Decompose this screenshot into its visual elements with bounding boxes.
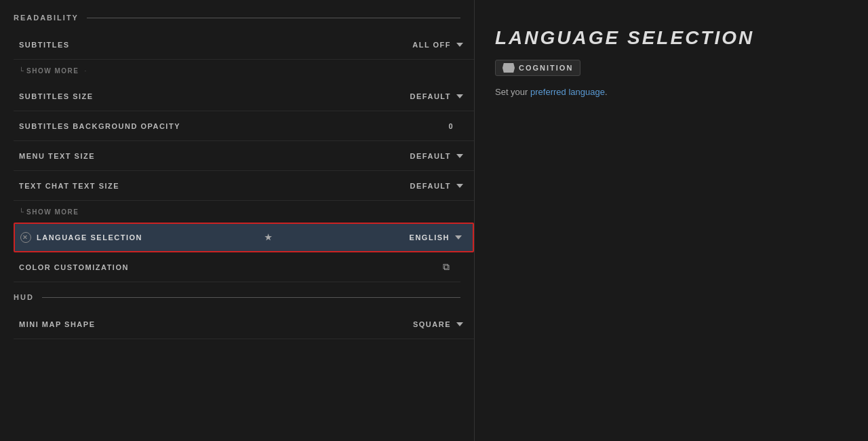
hud-divider <box>42 297 460 298</box>
subtitles-size-label: SUBTITLES SIZE <box>19 92 277 100</box>
language-selection-row[interactable]: ✕ LANGUAGE SELECTION ★ ENGLISH <box>14 223 474 252</box>
cognition-badge: COGNITION <box>495 60 580 76</box>
show-more-1-label: SHOW MORE <box>26 67 79 75</box>
description-text: Set your preferred language. <box>495 85 848 99</box>
cognition-icon <box>502 63 515 73</box>
show-more-1-row[interactable]: └ SHOW MORE · <box>14 60 474 81</box>
description-prefix: Set your <box>495 87 530 97</box>
language-selection-label: ✕ LANGUAGE SELECTION ★ <box>20 232 278 243</box>
subtitles-chevron-icon <box>456 43 463 47</box>
subtitles-bg-opacity-label: SUBTITLES BACKGROUND OPACITY <box>19 122 277 130</box>
subtitles-size-chevron-icon <box>456 94 463 98</box>
color-customization-label: COLOR CUSTOMIZATION <box>19 263 277 271</box>
subtitles-size-row[interactable]: SUBTITLES SIZE DEFAULT <box>14 81 474 111</box>
mini-map-shape-chevron-icon <box>456 322 463 326</box>
text-chat-size-label: TEXT CHAT TEXT SIZE <box>19 182 277 190</box>
text-chat-size-value: DEFAULT <box>410 182 451 190</box>
right-panel-title: LANGUAGE SELECTION <box>495 27 848 49</box>
color-customization-value-container: ⧉ <box>277 261 455 273</box>
opacity-value: 0 <box>444 122 458 130</box>
language-star-icon: ★ <box>264 233 273 242</box>
subtitles-size-value: DEFAULT <box>410 92 451 100</box>
language-selection-value: ENGLISH <box>410 233 450 242</box>
subtitles-bg-opacity-row[interactable]: SUBTITLES BACKGROUND OPACITY 0 <box>14 111 474 141</box>
right-panel: LANGUAGE SELECTION COGNITION Set your pr… <box>475 0 868 441</box>
subtitles-value-container: ALL OFF <box>277 41 469 49</box>
readability-section-header: READABILITY <box>14 14 474 24</box>
show-more-arrow-icon: └ <box>19 67 24 75</box>
menu-text-size-row[interactable]: MENU TEXT SIZE DEFAULT <box>14 141 474 171</box>
text-chat-size-row[interactable]: TEXT CHAT TEXT SIZE DEFAULT <box>14 171 474 201</box>
menu-text-size-chevron-icon <box>456 154 463 158</box>
subtitles-bg-opacity-value-container: 0 <box>277 122 469 130</box>
subtitles-row[interactable]: SUBTITLES ALL OFF <box>14 30 474 60</box>
language-selection-value-container: ENGLISH <box>278 233 467 242</box>
subtitles-value: ALL OFF <box>412 41 451 49</box>
color-customization-row[interactable]: COLOR CUSTOMIZATION ⧉ <box>14 252 460 282</box>
menu-text-size-value: DEFAULT <box>410 152 451 160</box>
hud-section: HUD MINI MAP SHAPE SQUARE <box>14 293 474 339</box>
language-x-icon: ✕ <box>20 232 31 243</box>
description-suffix: . <box>605 87 608 97</box>
text-chat-size-chevron-icon <box>456 184 463 188</box>
left-panel: READABILITY SUBTITLES ALL OFF └ SHOW MOR… <box>0 0 475 441</box>
subtitles-label: SUBTITLES <box>19 41 277 49</box>
menu-text-size-label: MENU TEXT SIZE <box>19 152 277 160</box>
cognition-label: COGNITION <box>519 64 573 72</box>
readability-label: READABILITY <box>14 14 79 22</box>
subtitles-size-value-container: DEFAULT <box>277 92 469 100</box>
menu-text-size-value-container: DEFAULT <box>277 152 469 160</box>
opacity-slider-container: 0 <box>444 122 463 130</box>
show-more-2-label: SHOW MORE <box>26 208 79 216</box>
hud-label: HUD <box>14 293 34 301</box>
show-more-2-row[interactable]: └ SHOW MORE <box>14 201 474 223</box>
preferred-language-link[interactable]: preferred language <box>530 87 605 97</box>
mini-map-shape-value: SQUARE <box>413 320 451 328</box>
section-divider <box>87 18 460 18</box>
mini-map-shape-value-container: SQUARE <box>277 320 469 328</box>
hud-section-header: HUD <box>14 293 474 304</box>
text-chat-size-value-container: DEFAULT <box>277 182 469 190</box>
mini-map-shape-row[interactable]: MINI MAP SHAPE SQUARE <box>14 309 474 339</box>
show-more-dot: · <box>84 67 86 75</box>
language-selection-chevron-icon <box>455 235 462 239</box>
show-more-2-arrow-icon: └ <box>19 208 24 216</box>
external-link-icon: ⧉ <box>443 261 450 273</box>
mini-map-shape-label: MINI MAP SHAPE <box>19 320 277 328</box>
